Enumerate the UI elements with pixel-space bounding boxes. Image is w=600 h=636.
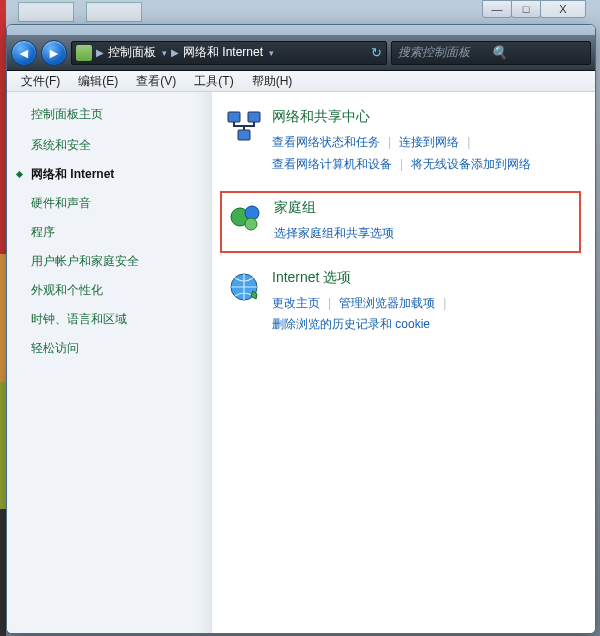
separator: | [400, 154, 403, 176]
menu-view[interactable]: 查看(V) [128, 71, 184, 92]
chevron-right-icon: ▶ [96, 47, 104, 58]
homegroup-icon [228, 199, 264, 235]
svg-point-5 [245, 218, 257, 230]
category-section: Internet 选项更改主页|管理浏览器加载项|删除浏览的历史记录和 cook… [226, 269, 581, 336]
search-input[interactable]: 搜索控制面板 🔍 [391, 41, 591, 65]
address-bar[interactable]: ▶ 控制面板 ▾ ▶ 网络和 Internet ▾ ↻ [71, 41, 387, 65]
separator: | [328, 293, 331, 315]
svg-rect-0 [228, 112, 240, 122]
sidebar-item[interactable]: 时钟、语言和区域 [31, 311, 201, 328]
task-link[interactable]: 连接到网络 [399, 132, 459, 154]
close-button[interactable]: X [540, 0, 586, 18]
sidebar-item[interactable]: 网络和 Internet [31, 166, 201, 183]
separator: | [467, 132, 470, 154]
svg-rect-2 [238, 130, 250, 140]
menu-bar: 文件(F) 编辑(E) 查看(V) 工具(T) 帮助(H) [7, 71, 595, 92]
separator: | [443, 293, 446, 315]
control-panel-icon [76, 45, 92, 61]
task-link[interactable]: 选择家庭组和共享选项 [274, 223, 394, 245]
svg-rect-1 [248, 112, 260, 122]
menu-file[interactable]: 文件(F) [13, 71, 68, 92]
content-pane: 网络和共享中心查看网络状态和任务|连接到网络|查看网络计算机和设备|将无线设备添… [212, 92, 595, 633]
forward-button[interactable]: ► [41, 40, 67, 66]
control-panel-window: ◄ ► ▶ 控制面板 ▾ ▶ 网络和 Internet ▾ ↻ 搜索控制面板 🔍… [6, 24, 596, 634]
breadcrumb-network-internet[interactable]: 网络和 Internet [183, 44, 263, 61]
search-icon: 🔍 [491, 45, 584, 60]
category-section: 网络和共享中心查看网络状态和任务|连接到网络|查看网络计算机和设备|将无线设备添… [226, 108, 581, 175]
category-title[interactable]: 网络和共享中心 [272, 108, 581, 126]
chevron-down-icon[interactable]: ▾ [269, 48, 274, 58]
sidebar-item[interactable]: 程序 [31, 224, 201, 241]
minimize-button[interactable]: — [482, 0, 512, 18]
task-link[interactable]: 管理浏览器加载项 [339, 293, 435, 315]
refresh-icon[interactable]: ↻ [371, 45, 382, 60]
chevron-down-icon[interactable]: ▾ [162, 48, 167, 58]
category-title[interactable]: Internet 选项 [272, 269, 581, 287]
category-section: 家庭组选择家庭组和共享选项 [220, 191, 581, 253]
sidebar-home[interactable]: 控制面板主页 [31, 106, 201, 123]
breadcrumb-control-panel[interactable]: 控制面板 [108, 44, 156, 61]
chevron-right-icon: ▶ [171, 47, 179, 58]
category-title[interactable]: 家庭组 [274, 199, 573, 217]
task-link[interactable]: 查看网络计算机和设备 [272, 154, 392, 176]
network-icon [226, 108, 262, 144]
task-link[interactable]: 更改主页 [272, 293, 320, 315]
task-link[interactable]: 将无线设备添加到网络 [411, 154, 531, 176]
search-placeholder: 搜索控制面板 [398, 44, 491, 61]
sidebar-item[interactable]: 用户帐户和家庭安全 [31, 253, 201, 270]
separator: | [388, 132, 391, 154]
sidebar: 控制面板主页 系统和安全网络和 Internet硬件和声音程序用户帐户和家庭安全… [7, 92, 212, 633]
task-link[interactable]: 删除浏览的历史记录和 cookie [272, 314, 430, 336]
sidebar-item[interactable]: 系统和安全 [31, 137, 201, 154]
sidebar-item[interactable]: 外观和个性化 [31, 282, 201, 299]
internet-icon [226, 269, 262, 305]
maximize-button[interactable]: □ [511, 0, 541, 18]
back-button[interactable]: ◄ [11, 40, 37, 66]
menu-edit[interactable]: 编辑(E) [70, 71, 126, 92]
sidebar-item[interactable]: 轻松访问 [31, 340, 201, 357]
menu-tools[interactable]: 工具(T) [186, 71, 241, 92]
task-link[interactable]: 查看网络状态和任务 [272, 132, 380, 154]
menu-help[interactable]: 帮助(H) [244, 71, 301, 92]
sidebar-item[interactable]: 硬件和声音 [31, 195, 201, 212]
nav-row: ◄ ► ▶ 控制面板 ▾ ▶ 网络和 Internet ▾ ↻ 搜索控制面板 🔍 [7, 35, 595, 71]
titlebar[interactable] [7, 25, 595, 35]
